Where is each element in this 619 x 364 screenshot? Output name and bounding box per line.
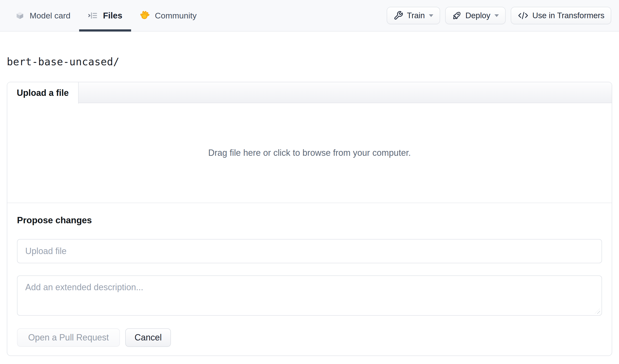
upload-card-tab-bar: Upload a file bbox=[7, 82, 612, 103]
propose-buttons-row: Open a Pull Request Cancel bbox=[17, 328, 602, 347]
waving-hand-icon bbox=[140, 11, 150, 20]
dropzone-hint-text: Drag file here or click to browse from y… bbox=[208, 148, 411, 158]
train-button[interactable]: Train bbox=[387, 7, 440, 24]
use-in-transformers-label: Use in Transformers bbox=[532, 11, 605, 20]
repo-action-buttons: Train Deploy bbox=[387, 0, 611, 31]
code-icon bbox=[518, 11, 529, 20]
tab-label: Files bbox=[103, 11, 122, 20]
tab-label: Model card bbox=[30, 11, 70, 20]
open-pull-request-button[interactable]: Open a Pull Request bbox=[17, 328, 120, 347]
cube-icon bbox=[15, 11, 24, 20]
chevron-down-icon bbox=[429, 14, 433, 17]
use-in-transformers-button[interactable]: Use in Transformers bbox=[511, 7, 611, 24]
cancel-button[interactable]: Cancel bbox=[125, 328, 171, 347]
breadcrumb[interactable]: bert-base-uncased/ bbox=[7, 56, 619, 68]
description-field-wrapper bbox=[17, 275, 602, 316]
tab-files[interactable]: Files bbox=[79, 0, 131, 31]
train-label: Train bbox=[407, 11, 425, 20]
repo-header: Model card Files bbox=[0, 0, 619, 31]
extended-description-textarea[interactable] bbox=[17, 275, 602, 316]
repo-tab-bar: Model card Files bbox=[7, 0, 205, 31]
deploy-label: Deploy bbox=[465, 11, 490, 20]
tab-label: Community bbox=[155, 11, 197, 20]
propose-changes-heading: Propose changes bbox=[17, 215, 602, 225]
chevron-down-icon bbox=[494, 14, 499, 17]
file-dropzone[interactable]: Drag file here or click to browse from y… bbox=[7, 103, 612, 203]
tab-community[interactable]: Community bbox=[131, 0, 205, 31]
tab-model-card[interactable]: Model card bbox=[7, 0, 79, 31]
upload-file-input[interactable] bbox=[17, 239, 602, 263]
files-list-icon bbox=[88, 11, 98, 20]
upload-card: Upload a file Drag file here or click to… bbox=[7, 82, 612, 356]
wrench-icon bbox=[394, 11, 403, 20]
rocket-icon bbox=[452, 11, 462, 20]
deploy-button[interactable]: Deploy bbox=[445, 7, 506, 24]
propose-changes-section: Propose changes Open a Pull Request Canc… bbox=[7, 203, 612, 355]
tab-upload-a-file[interactable]: Upload a file bbox=[7, 82, 79, 104]
